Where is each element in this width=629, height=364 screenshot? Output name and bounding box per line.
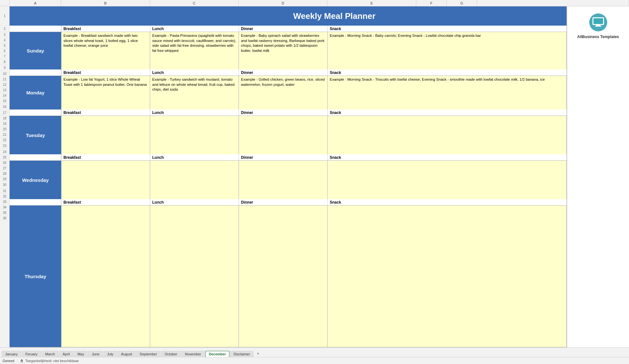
row-num-21: 21 <box>0 132 9 137</box>
status-bar: Gereed Toegankelijkheid: niet beschikbaa… <box>0 357 629 364</box>
tuesday-snack-header: Snack <box>327 109 567 116</box>
tab-april[interactable]: April <box>59 351 73 357</box>
day-empty-title <box>10 13 288 19</box>
row-num-33: 33 <box>0 199 9 205</box>
tab-june[interactable]: June <box>88 351 103 357</box>
thursday-snack-cell[interactable] <box>327 206 567 347</box>
wednesday-breakfast-cell[interactable] <box>61 161 150 199</box>
sunday-snack-header: Snack <box>327 26 567 32</box>
wednesday-snack-header: Snack <box>327 154 567 160</box>
monday-meals: Example - Low fat Yogurt, 1 slice Whole … <box>61 76 567 109</box>
col-header-F: F <box>416 0 447 6</box>
row-num-23: 23 <box>0 143 9 149</box>
tab-january[interactable]: January <box>2 351 21 357</box>
corner-cell <box>0 0 10 6</box>
svg-point-5 <box>21 359 22 360</box>
sunday-breakfast-header: Breakfast <box>61 26 150 32</box>
tuesday-lunch-cell[interactable] <box>150 116 239 154</box>
tab-feruary[interactable]: Feruary <box>22 351 41 357</box>
wednesday-snack-cell[interactable] <box>327 161 567 199</box>
tab-december[interactable]: December <box>205 351 229 357</box>
wednesday-section: Wednesday <box>10 161 567 199</box>
tuesday-label: Tuesday <box>10 116 61 154</box>
col-header-E: E <box>327 0 416 6</box>
monday-snack-cell[interactable]: Example - Morning Snack - Triscuits with… <box>327 76 567 109</box>
monday-label: Monday <box>10 76 61 109</box>
page-title: Weekly Meal Planner <box>288 9 567 24</box>
wednesday-breakfast-header: Breakfast <box>61 154 150 160</box>
tuesday-lunch-header: Lunch <box>150 109 239 116</box>
wednesday-lunch-cell[interactable] <box>150 161 239 199</box>
col-header-C: C <box>150 0 239 6</box>
tab-november[interactable]: November <box>181 351 205 357</box>
thursday-lunch-cell[interactable] <box>150 206 239 347</box>
thursday-section: Thursday <box>10 206 567 347</box>
row-numbers: 1 2 3 4 5 6 7 8 9 10 11 12 13 14 15 16 1… <box>0 6 10 347</box>
svg-rect-3 <box>596 25 600 26</box>
row-num-36: 36 <box>0 215 9 221</box>
row-num-3: 3 <box>0 32 9 37</box>
col-header-G: G <box>447 0 477 6</box>
row-num-24: 24 <box>0 149 9 155</box>
tab-october[interactable]: October <box>161 351 181 357</box>
tuesday-dinner-header: Dinner <box>239 109 327 116</box>
row-num-32: 32 <box>0 194 9 199</box>
monday-lunch-header: Lunch <box>150 69 239 76</box>
thursday-breakfast-header: Breakfast <box>61 199 150 205</box>
wednesday-header-row: Breakfast Lunch Dinner Snack <box>10 154 567 161</box>
row-num-6: 6 <box>0 48 9 54</box>
thursday-breakfast-cell[interactable] <box>61 206 150 347</box>
status-label: Gereed <box>3 359 14 363</box>
row-num-14: 14 <box>0 93 9 98</box>
monday-header-day-empty <box>10 69 61 76</box>
sunday-header-row: Breakfast Lunch Dinner Snack <box>10 26 567 32</box>
sunday-lunch-header: Lunch <box>150 26 239 32</box>
sunday-label: Sunday <box>10 32 61 69</box>
monday-breakfast-header: Breakfast <box>61 69 150 76</box>
allbusiness-icon <box>589 13 608 32</box>
wednesday-header-day-empty <box>10 154 61 160</box>
accessibility-icon <box>20 359 24 363</box>
tab-july[interactable]: July <box>103 351 117 357</box>
wednesday-label: Wednesday <box>10 161 61 199</box>
tab-may[interactable]: May <box>74 351 88 357</box>
tuesday-snack-cell[interactable] <box>327 116 567 154</box>
thursday-dinner-header: Dinner <box>239 199 327 205</box>
monday-breakfast-cell[interactable]: Example - Low fat Yogurt, 1 slice Whole … <box>61 76 150 109</box>
add-sheet-button[interactable]: + <box>254 350 262 357</box>
grid-content: Weekly Meal Planner Breakfast Lunch Dinn… <box>10 6 567 347</box>
tuesday-breakfast-header: Breakfast <box>61 109 150 116</box>
sunday-dinner-header: Dinner <box>239 26 327 32</box>
logo-area: AllBusiness Templates <box>567 6 629 46</box>
sunday-lunch-cell[interactable]: Example - Pasta Primavera (spaghetti wit… <box>150 32 239 69</box>
sunday-dinner-cell[interactable]: Example - Baby spinach salad with strawb… <box>239 32 327 69</box>
tuesday-breakfast-cell[interactable] <box>61 116 150 154</box>
row-num-13: 13 <box>0 87 9 93</box>
row-num-8: 8 <box>0 59 9 65</box>
wednesday-lunch-header: Lunch <box>150 154 239 160</box>
monday-header-row: Breakfast Lunch Dinner Snack <box>10 69 567 76</box>
column-headers-row: A B C D E F G <box>0 0 629 6</box>
row-num-9: 9 <box>0 65 9 71</box>
sunday-breakfast-cell[interactable]: Example - Breakfast sandwich made with t… <box>61 32 150 69</box>
tab-september[interactable]: September <box>136 351 161 357</box>
tab-march[interactable]: March <box>42 351 59 357</box>
row-num-17: 17 <box>0 110 9 116</box>
accessibility-area: Toegankelijkheid: niet beschikbaar <box>20 359 79 363</box>
wednesday-dinner-cell[interactable] <box>239 161 327 199</box>
row-num-16: 16 <box>0 104 9 110</box>
row-num-2: 2 <box>0 26 9 32</box>
sunday-snack-cell[interactable]: Example - Morning Snack - Baby carrots; … <box>327 32 567 69</box>
row-num-10: 10 <box>0 71 9 77</box>
tab-august[interactable]: August <box>118 351 136 357</box>
tab-disclaimer[interactable]: Disclaimer <box>230 351 253 357</box>
monday-lunch-cell[interactable]: Example - Turkey sandwich with mustard, … <box>150 76 239 109</box>
col-header-D: D <box>239 0 327 6</box>
row-num-1: 1 <box>0 6 9 26</box>
tuesday-dinner-cell[interactable] <box>239 116 327 154</box>
row-num-12: 12 <box>0 82 9 87</box>
monday-dinner-cell[interactable]: Example - Grilled chicken, green beans, … <box>239 76 327 109</box>
row-num-15: 15 <box>0 98 9 104</box>
sunday-header-day-empty <box>10 26 61 32</box>
thursday-dinner-cell[interactable] <box>239 206 327 347</box>
